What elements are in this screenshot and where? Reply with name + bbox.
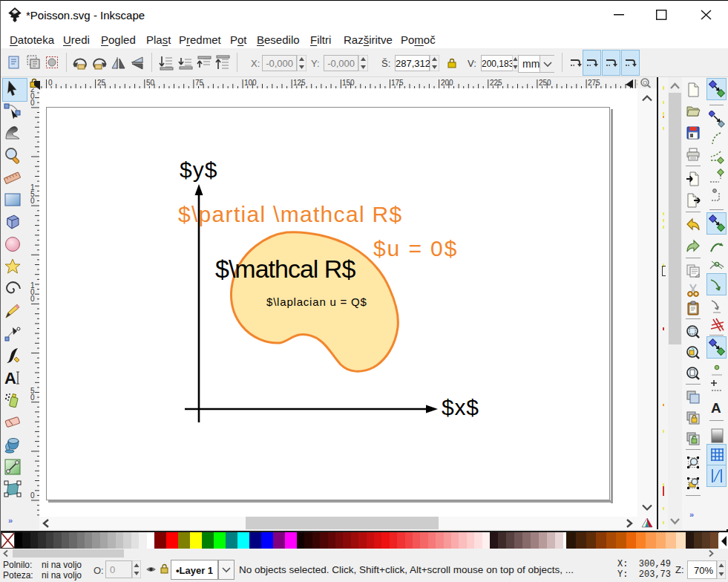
svg-text:150: 150: [342, 79, 355, 87]
svg-text:0: 0: [30, 393, 35, 402]
svg-text:A: A: [711, 400, 721, 416]
svg-text:A: A: [4, 369, 16, 387]
svg-text:Q: Q: [643, 79, 647, 86]
svg-text:50: 50: [146, 79, 155, 87]
svg-text:0: 0: [30, 295, 35, 303]
svg-text:0: 0: [48, 79, 53, 87]
svg-text:0: 0: [30, 197, 35, 205]
svg-text:225: 225: [490, 79, 502, 87]
svg-text:200: 200: [441, 79, 453, 87]
svg-text:0: 0: [30, 99, 35, 107]
svg-text:250: 250: [539, 79, 551, 87]
svg-text:275: 275: [588, 79, 600, 87]
svg-text:100: 100: [244, 79, 257, 87]
svg-text:25: 25: [97, 79, 106, 87]
svg-text:0: 0: [30, 491, 35, 500]
svg-text:175: 175: [391, 79, 404, 87]
svg-text:75: 75: [195, 79, 204, 87]
svg-text:125: 125: [293, 79, 306, 87]
